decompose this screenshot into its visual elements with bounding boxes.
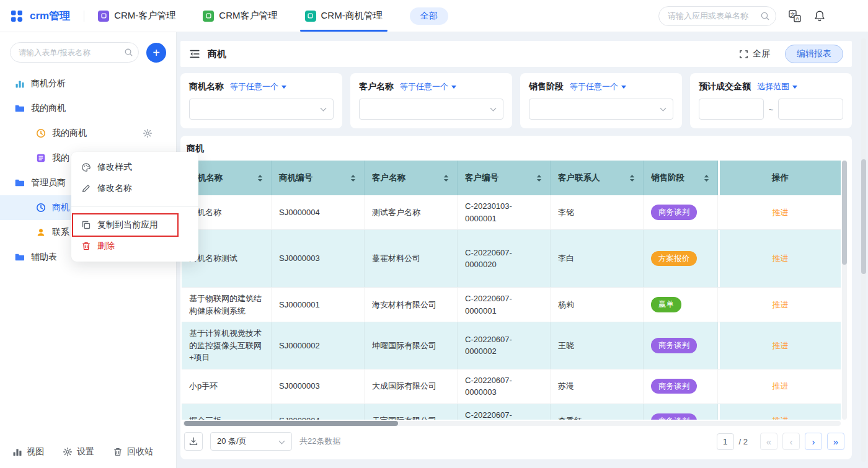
filter-operator-dropdown[interactable]: 等于任意一个 <box>230 81 286 92</box>
scrollbar-thumb[interactable] <box>184 421 398 426</box>
cell-opportunity-code: SJ0000003 <box>272 369 365 404</box>
global-search <box>658 6 776 26</box>
cell-stage: 商务谈判 <box>644 195 718 229</box>
report-card: 商机 商机名称商机编号客户名称客户编号客户联系人销售阶段操作 商机名称SJ000… <box>180 136 852 459</box>
user-avatar[interactable]: C <box>838 6 858 26</box>
sidebar-item[interactable]: 我的商机 <box>0 96 176 121</box>
app-tab-label: CRM客户管理 <box>219 10 277 22</box>
filter-operator-dropdown[interactable]: 等于任意一个 <box>570 81 626 92</box>
column-header[interactable]: 商机编号 <box>272 161 365 195</box>
sidebar-item[interactable]: 商机分析 <box>0 71 176 96</box>
sort-icon[interactable] <box>350 174 356 183</box>
sort-icon[interactable] <box>703 174 710 183</box>
sort-icon[interactable] <box>443 174 450 183</box>
chevron-down-icon <box>660 105 666 112</box>
column-header[interactable]: 销售阶段 <box>644 161 718 195</box>
sidebar-footer-gear[interactable]: 设置 <box>63 446 94 457</box>
table-row[interactable]: 商机名称测试SJ0000003蔓霍材料公司C-20220607-0000020李… <box>182 230 841 288</box>
form-search-input[interactable] <box>10 42 139 63</box>
scrollbar-thumb[interactable] <box>842 161 847 265</box>
fullscreen-label: 全屏 <box>753 48 770 60</box>
range-max-input[interactable] <box>778 99 843 120</box>
filter-operator-label: 等于任意一个 <box>230 81 278 92</box>
column-label: 客户编号 <box>465 172 533 183</box>
sort-icon[interactable] <box>629 174 636 183</box>
menu-item[interactable]: 修改名称 <box>71 178 198 199</box>
table-row[interactable]: 基于物联网的建筑结构健康检测系统SJ0000001海安材料有限公司C-20220… <box>182 288 841 322</box>
advance-link[interactable]: 推进 <box>773 206 789 219</box>
notifications-bell-icon[interactable] <box>813 10 826 22</box>
apps-grid-icon[interactable] <box>10 9 24 23</box>
table-row[interactable]: 掘金三板SJ0000004天宇国际有限公司C-20220607-0000004李… <box>182 404 841 420</box>
advance-link[interactable]: 推进 <box>773 380 789 392</box>
total-count: 共22条数据 <box>299 436 340 447</box>
stage-badge: 商务谈判 <box>651 413 697 420</box>
scrollbar-thumb[interactable] <box>861 159 866 274</box>
caret-down-icon <box>451 86 456 89</box>
sidebar-item[interactable]: 我的商机 <box>0 121 176 146</box>
first-page-button[interactable]: « <box>760 433 777 450</box>
person-icon <box>36 227 46 237</box>
app-tab[interactable]: CRM客户管理 <box>203 0 277 32</box>
table-row[interactable]: 基于计算机视觉技术的监控摄像头互联网+项目SJ0000002坤曜国际有限公司C-… <box>182 322 841 369</box>
menu-item[interactable]: 删除 <box>71 236 198 257</box>
collapse-menu-icon[interactable] <box>189 48 200 60</box>
next-page-button[interactable]: › <box>805 433 822 450</box>
item-settings-icon[interactable] <box>143 128 153 138</box>
filter-head: 客户名称等于任意一个 <box>359 81 503 92</box>
advance-link[interactable]: 推进 <box>773 340 789 352</box>
table-row[interactable]: 商机名称SJ0000004测试客户名称C-20230103-0000001李铭商… <box>182 195 841 230</box>
table-footer: 20 条/页 共22条数据 1 / 2 « ‹ › » <box>182 426 847 453</box>
tab-all[interactable]: 全部 <box>410 7 448 25</box>
range-min-input[interactable] <box>699 99 764 120</box>
main-content: 商机 全屏 编辑报表 商机名称等于任意一个客户名称等于任意一个销售阶段等于任意一… <box>177 32 868 459</box>
app-tab[interactable]: CRM-客户管理 <box>98 0 175 32</box>
filter-select[interactable] <box>189 99 334 120</box>
column-header[interactable]: 操作 <box>718 161 841 195</box>
cell-action: 推进 <box>718 195 841 229</box>
range-separator: ~ <box>769 105 774 114</box>
fullscreen-button[interactable]: 全屏 <box>739 48 770 60</box>
filter-select[interactable] <box>359 99 503 120</box>
edit-report-button[interactable]: 编辑报表 <box>785 45 843 63</box>
table-horizontal-scrollbar[interactable] <box>183 421 841 426</box>
column-header[interactable]: 客户编号 <box>458 161 551 195</box>
menu-item[interactable]: 修改样式 <box>71 157 198 178</box>
cell-customer-code: C-20220607-0000001 <box>458 288 551 322</box>
page-size-select[interactable]: 20 条/页 <box>210 432 292 451</box>
sort-icon[interactable] <box>536 174 542 183</box>
sort-icon[interactable] <box>257 174 264 183</box>
filter-select[interactable] <box>529 99 673 120</box>
sidebar-footer-bar-chart[interactable]: 视图 <box>12 446 44 457</box>
app-tab[interactable]: CRM-商机管理 <box>305 0 383 32</box>
table-vertical-scrollbar[interactable] <box>842 161 847 420</box>
table-body: 商机名称SJ0000004测试客户名称C-20230103-0000001李铭商… <box>182 195 847 420</box>
advance-link[interactable]: 推进 <box>773 415 789 420</box>
cell-stage: 赢单 <box>644 288 718 322</box>
chevron-down-icon <box>279 438 285 444</box>
translate-icon[interactable]: 文A <box>789 10 801 22</box>
prev-page-button[interactable]: ‹ <box>782 433 800 450</box>
cell-stage: 商务谈判 <box>644 369 718 404</box>
filter-operator-dropdown[interactable]: 等于任意一个 <box>400 81 456 92</box>
filter-operator-dropdown[interactable]: 选择范围 <box>757 81 797 92</box>
advance-link[interactable]: 推进 <box>773 299 789 311</box>
stage-badge: 商务谈判 <box>651 338 697 353</box>
app-logo-text[interactable]: crm管理 <box>30 9 70 23</box>
pagination: 1 / 2 « ‹ › » <box>717 433 844 450</box>
global-search-input[interactable] <box>658 6 776 26</box>
page-scrollbar[interactable] <box>861 38 866 462</box>
menu-item[interactable]: 复制到当前应用 <box>71 214 198 236</box>
add-form-button[interactable]: + <box>146 43 166 63</box>
last-page-button[interactable]: » <box>827 433 844 450</box>
sidebar-footer-trash[interactable]: 回收站 <box>113 446 153 457</box>
column-header[interactable]: 客户联系人 <box>551 161 644 195</box>
table-row[interactable]: 小p手环SJ0000003大成国际有限公司C-20220607-0000003苏… <box>182 369 841 404</box>
current-page-box[interactable]: 1 <box>717 433 734 450</box>
cell-customer-name: 海安材料有限公司 <box>365 288 458 322</box>
column-header[interactable]: 客户名称 <box>365 161 458 195</box>
cell-customer-code: C-20220607-0000004 <box>458 404 551 420</box>
advance-link[interactable]: 推进 <box>773 252 789 265</box>
download-button[interactable] <box>184 432 203 451</box>
sidebar-item-label: 管理员商 <box>31 177 66 188</box>
